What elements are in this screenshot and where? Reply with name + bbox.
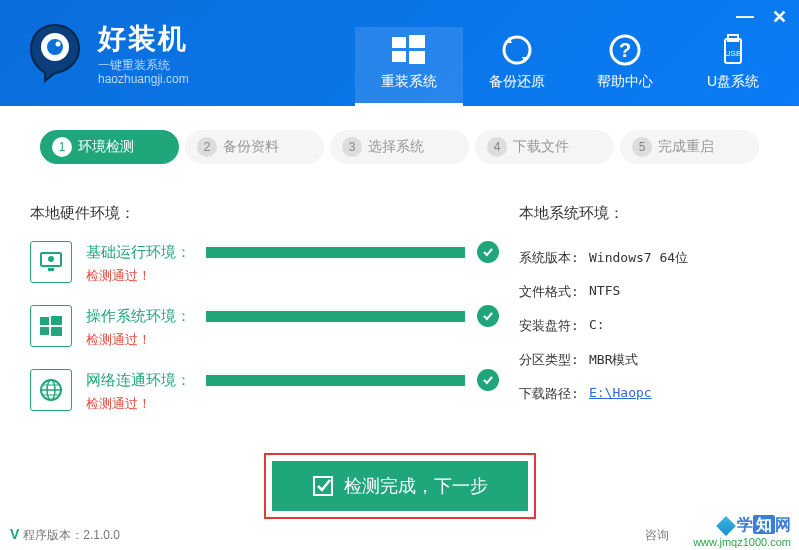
logo-group: 好装机 一键重装系统 haozhuangji.com xyxy=(20,18,189,88)
app-subtitle-2: haozhuangji.com xyxy=(98,72,189,86)
version-info: V程序版本：2.1.0.0 xyxy=(10,526,120,544)
close-button[interactable]: ✕ xyxy=(769,6,789,28)
app-header: 好装机 一键重装系统 haozhuangji.com — ✕ 重装系统 备份还原… xyxy=(0,0,799,106)
app-subtitle-1: 一键重装系统 xyxy=(98,58,189,72)
svg-text:?: ? xyxy=(619,39,631,61)
step-2: 2备份资料 xyxy=(185,130,324,164)
check-network: 网络连通环境： 检测通过！ xyxy=(30,369,499,413)
svg-rect-6 xyxy=(409,51,425,64)
step-1: 1环境检测 xyxy=(40,130,179,164)
svg-rect-20 xyxy=(51,327,62,336)
checkmark-icon xyxy=(477,369,499,391)
windows-icon xyxy=(30,305,72,347)
next-button-label: 检测完成，下一步 xyxy=(344,474,488,498)
sys-fs-row: 文件格式:NTFS xyxy=(519,275,749,309)
check-result: 检测通过！ xyxy=(86,267,499,285)
check-label: 操作系统环境： xyxy=(86,307,206,326)
usb-icon: USB xyxy=(714,33,752,67)
nav-label: 帮助中心 xyxy=(597,73,653,89)
nav-help[interactable]: ? 帮助中心 xyxy=(571,27,679,106)
sys-partition-row: 分区类型:MBR模式 xyxy=(519,343,749,377)
check-basic-runtime: 基础运行环境： 检测通过！ xyxy=(30,241,499,285)
nav-usb[interactable]: USB U盘系统 xyxy=(679,27,787,106)
consult-label: 咨询 xyxy=(645,527,669,544)
help-icon: ? xyxy=(606,33,644,67)
svg-rect-3 xyxy=(392,37,406,48)
progress-bar xyxy=(206,375,465,386)
nav-label: 重装系统 xyxy=(381,73,437,89)
checkmark-icon xyxy=(477,241,499,263)
app-logo-icon xyxy=(20,18,90,88)
diamond-icon xyxy=(716,516,736,536)
app-title: 好装机 xyxy=(98,20,189,58)
minimize-button[interactable]: — xyxy=(735,6,755,28)
sys-path-row: 下载路径:E:\Haopc xyxy=(519,377,749,411)
check-label: 基础运行环境： xyxy=(86,243,206,262)
globe-icon xyxy=(30,369,72,411)
sys-version-row: 系统版本:Windows7 64位 xyxy=(519,241,749,275)
sys-drive-row: 安装盘符:C: xyxy=(519,309,749,343)
checkmark-icon xyxy=(477,305,499,327)
svg-rect-18 xyxy=(51,316,62,325)
step-label: 环境检测 xyxy=(78,138,134,156)
check-os: 操作系统环境： 检测通过！ xyxy=(30,305,499,349)
step-5: 5完成重启 xyxy=(620,130,759,164)
progress-bar xyxy=(206,311,465,322)
svg-rect-4 xyxy=(409,35,425,48)
step-label: 完成重启 xyxy=(658,138,714,156)
main-nav: 重装系统 备份还原 ? 帮助中心 USB U盘系统 xyxy=(355,27,787,106)
svg-rect-17 xyxy=(40,317,49,325)
step-label: 选择系统 xyxy=(368,138,424,156)
svg-rect-16 xyxy=(48,268,54,271)
step-bar: 1环境检测 2备份资料 3选择系统 4下载文件 5完成重启 xyxy=(0,106,799,174)
step-3: 3选择系统 xyxy=(330,130,469,164)
nav-backup[interactable]: 备份还原 xyxy=(463,27,571,106)
monitor-icon xyxy=(30,241,72,283)
svg-rect-19 xyxy=(40,327,49,335)
hw-section-title: 本地硬件环境： xyxy=(30,204,499,223)
nav-reinstall[interactable]: 重装系统 xyxy=(355,27,463,106)
check-result: 检测通过！ xyxy=(86,331,499,349)
step-label: 下载文件 xyxy=(513,138,569,156)
sync-icon xyxy=(498,33,536,67)
svg-point-15 xyxy=(48,256,54,262)
watermark-url: www.jmqz1000.com xyxy=(693,536,791,548)
svg-text:USB: USB xyxy=(725,49,741,58)
nav-label: 备份还原 xyxy=(489,73,545,89)
step-4: 4下载文件 xyxy=(475,130,614,164)
nav-label: U盘系统 xyxy=(707,73,759,89)
checkbox-icon xyxy=(312,475,334,497)
next-button[interactable]: 检测完成，下一步 xyxy=(272,461,528,511)
watermark: 学知网 www.jmqz1000.com xyxy=(693,515,791,548)
check-result: 检测通过！ xyxy=(86,395,499,413)
svg-rect-5 xyxy=(392,51,406,62)
svg-point-1 xyxy=(47,39,63,55)
progress-bar xyxy=(206,247,465,258)
next-button-highlight: 检测完成，下一步 xyxy=(264,453,536,519)
svg-point-2 xyxy=(56,42,61,47)
sys-section-title: 本地系统环境： xyxy=(519,204,749,223)
download-path-link[interactable]: E:\Haopc xyxy=(589,385,749,403)
footer: V程序版本：2.1.0.0 咨询 xyxy=(10,526,789,544)
step-label: 备份资料 xyxy=(223,138,279,156)
check-label: 网络连通环境： xyxy=(86,371,206,390)
windows-flag-icon xyxy=(390,33,428,67)
